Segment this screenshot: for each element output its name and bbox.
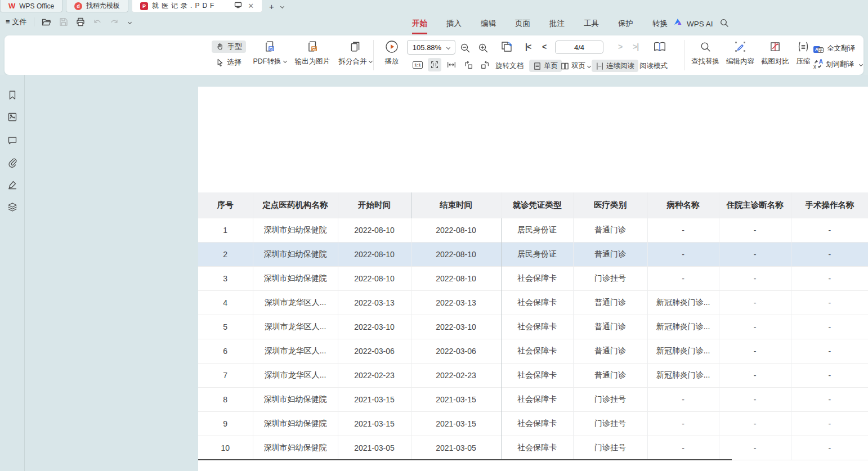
table-cell: - [647, 411, 719, 436]
medical-records-table: 序号定点医药机构名称开始时间结束时间就诊凭证类型医疗类别病种名称住院主诊断名称手… [198, 192, 868, 460]
table-cell: 2022-08-10 [338, 218, 411, 242]
edit-content-button[interactable]: 编辑内容 [723, 39, 758, 66]
menu-item[interactable]: 批注 [549, 16, 565, 31]
page-number-input[interactable] [555, 41, 603, 54]
find-replace-button[interactable]: 查找替换 [688, 39, 723, 66]
read-mode-button[interactable]: 阅读模式 [639, 60, 668, 72]
menu-item[interactable]: 转换 [652, 16, 668, 31]
thumbnail-icon[interactable] [7, 112, 17, 122]
menu-item[interactable]: 编辑 [481, 16, 496, 31]
continuous-read-button[interactable]: 连续阅读 [592, 60, 638, 72]
single-page-icon [533, 62, 542, 70]
menu-item[interactable]: 保护 [618, 16, 633, 31]
menu-item[interactable]: 工具 [584, 16, 599, 31]
redo-icon[interactable] [109, 17, 119, 27]
table-cell: 3 [198, 266, 253, 290]
tab-medical-record-pdf[interactable]: P 就医记录.PDF ✕ [132, 0, 262, 12]
new-tab-button[interactable]: + [269, 2, 274, 11]
table-cell: - [647, 387, 719, 411]
table-cell: 2022-03-13 [411, 290, 501, 315]
attachment-icon[interactable] [7, 158, 17, 168]
table-cell: 深圳市龙华区人... [253, 315, 338, 339]
table-cell: 深圳市妇幼保健院 [253, 387, 338, 411]
tab-wps-office[interactable]: W WPS Office [0, 0, 62, 12]
save-icon[interactable] [59, 17, 68, 27]
menu-item[interactable]: 插入 [446, 16, 462, 31]
table-cell: - [791, 339, 868, 363]
table-header-cell: 结束时间 [411, 192, 501, 218]
first-page-button[interactable]: |< [525, 42, 531, 51]
last-page-button[interactable]: >| [633, 42, 638, 51]
file-menu-button[interactable]: ≡ 文件 [6, 17, 26, 27]
quick-access-chevron-icon[interactable] [128, 20, 132, 24]
table-cell: 2022-03-10 [338, 315, 411, 339]
table-body: 1 深圳市妇幼保健院 2022-08-10 2022-08-10 居民身份证 普… [198, 218, 868, 460]
pdf-convert-icon: W [248, 39, 292, 54]
export-image-button[interactable]: 输出为图片 [289, 39, 336, 66]
table-header-cell: 定点医药机构名称 [253, 192, 338, 218]
single-page-button[interactable]: 单页 [529, 60, 562, 72]
close-tab-icon[interactable]: ✕ [248, 2, 254, 10]
table-cell: 2022-02-23 [338, 363, 411, 387]
table-row: 3 深圳市妇幼保健院 2022-08-10 2022-08-10 社会保障卡 门… [198, 266, 868, 290]
tab-docer-templates[interactable]: d 找稻壳模板 [66, 0, 128, 12]
prev-page-button[interactable]: < [542, 42, 546, 51]
table-cell: 2022-08-10 [411, 266, 501, 290]
play-button[interactable]: 播放 [378, 39, 406, 66]
search-icon[interactable] [719, 18, 729, 30]
table-cell: - [791, 411, 868, 436]
fit-page-icon[interactable] [428, 58, 441, 71]
table-cell: - [647, 218, 719, 242]
full-translate-button[interactable]: A字 全文翻译 [813, 42, 855, 55]
table-cell: 10 [198, 436, 253, 460]
menu-item[interactable]: WPS AI [687, 17, 713, 30]
table-cell: 2022-02-23 [411, 363, 501, 387]
hand-tool-button[interactable]: 手型 [212, 41, 246, 53]
double-page-button[interactable]: 双页 [561, 60, 590, 72]
monitor-icon[interactable] [234, 2, 242, 10]
menu-item[interactable]: 开始 [412, 16, 427, 31]
zoom-in-icon[interactable] [476, 41, 490, 55]
actual-size-icon[interactable]: 1:1 [411, 58, 424, 71]
tab-label: 就医记录.PDF [152, 1, 230, 11]
bookmark-icon[interactable] [7, 90, 17, 100]
table-cell: 4 [198, 290, 253, 315]
zoom-out-icon[interactable] [458, 41, 472, 55]
open-file-icon[interactable] [42, 17, 51, 27]
table-cell: 深圳市龙华区人... [253, 339, 338, 363]
rotate-right-icon[interactable] [478, 58, 492, 71]
table-row: 8 深圳市妇幼保健院 2021-03-15 2021-03-15 社会保障卡 门… [198, 387, 868, 411]
compress-icon [791, 39, 815, 54]
layers-icon[interactable] [7, 202, 17, 212]
next-page-button[interactable]: > [618, 42, 622, 51]
table-cell: 社会保障卡 [501, 315, 573, 339]
rotate-pages-icon[interactable] [500, 40, 513, 53]
table-cell: 新冠肺炎门诊... [647, 315, 719, 339]
word-translate-button[interactable]: Ax 划词翻译 [813, 58, 862, 70]
rotate-doc-label[interactable]: 旋转文档 [495, 60, 524, 72]
table-header-cell: 住院主诊断名称 [719, 192, 791, 218]
signature-icon[interactable] [7, 180, 17, 190]
tab-label: WPS Office [19, 2, 54, 10]
table-row: 9 深圳市妇幼保健院 2021-03-15 2021-03-15 社会保障卡 门… [198, 411, 868, 436]
zoom-level-select[interactable]: 105.88% [407, 40, 455, 55]
comment-icon[interactable] [7, 135, 17, 145]
compress-button[interactable]: 压缩 [791, 39, 815, 66]
docer-icon: d [74, 2, 82, 10]
select-tool-button[interactable]: 选择 [212, 56, 245, 69]
fit-width-icon[interactable] [445, 58, 458, 71]
screenshot-compare-button[interactable]: 截图对比 [758, 39, 793, 66]
double-page-icon [561, 62, 569, 70]
split-merge-button[interactable]: 拆分合并 [333, 39, 377, 66]
export-image-icon [289, 39, 336, 54]
rotate-left-icon[interactable] [462, 58, 475, 71]
print-icon[interactable] [75, 17, 85, 27]
read-mode-icon [653, 40, 666, 53]
split-merge-icon [333, 39, 377, 54]
undo-icon[interactable] [92, 17, 102, 27]
table-cell: 门诊挂号 [573, 436, 647, 460]
menu-item[interactable]: 页面 [515, 16, 530, 31]
pdf-convert-button[interactable]: W PDF转换 [248, 39, 292, 66]
tab-list-chevron-icon[interactable] [280, 4, 284, 8]
wps-ai-logo-icon [673, 18, 682, 28]
